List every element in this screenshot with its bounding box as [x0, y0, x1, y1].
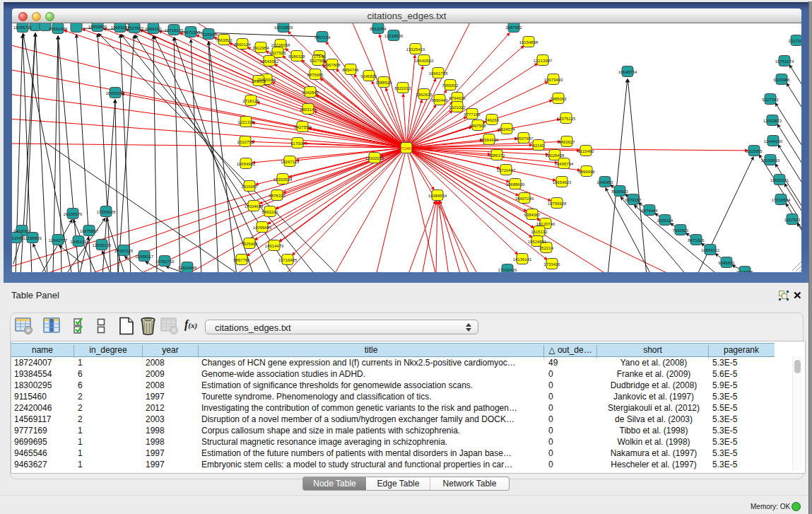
svg-text:1615132: 1615132 — [531, 230, 548, 234]
svg-text:12505135: 12505135 — [93, 243, 112, 247]
svg-text:252214: 252214 — [539, 246, 554, 250]
svg-text:12942757: 12942757 — [49, 238, 68, 243]
svg-text:2967608: 2967608 — [324, 63, 341, 67]
svg-text:10654923: 10654923 — [553, 180, 572, 185]
svg-text:16648754: 16648754 — [618, 70, 637, 74]
svg-text:9657791: 9657791 — [233, 258, 250, 262]
svg-text:7632621: 7632621 — [672, 228, 689, 233]
svg-text:1588520: 1588520 — [375, 81, 392, 85]
svg-text:20691406: 20691406 — [49, 27, 68, 31]
svg-text:7515546: 7515546 — [200, 33, 217, 37]
svg-text:9146821: 9146821 — [360, 74, 377, 78]
svg-text:13325419: 13325419 — [406, 47, 425, 52]
svg-text:17016504: 17016504 — [772, 198, 791, 202]
svg-text:18724007: 18724007 — [397, 146, 416, 151]
svg-text:3875685: 3875685 — [307, 73, 324, 77]
svg-text:8471626: 8471626 — [688, 238, 705, 243]
svg-text:8427552: 8427552 — [294, 125, 311, 129]
svg-text:1640953: 1640953 — [596, 180, 613, 185]
svg-text:8454749: 8454749 — [342, 68, 359, 72]
svg-text:9329986: 9329986 — [773, 78, 790, 82]
svg-text:16154808: 16154808 — [519, 40, 539, 45]
svg-text:13218506: 13218506 — [384, 34, 404, 38]
svg-text:8322013: 8322013 — [394, 86, 411, 90]
svg-text:10025458: 10025458 — [546, 153, 565, 158]
svg-text:19384554: 19384554 — [428, 194, 447, 198]
svg-text:1733426: 1733426 — [543, 262, 560, 267]
svg-text:9463627: 9463627 — [558, 140, 575, 144]
svg-text:17359928: 17359928 — [97, 210, 116, 214]
svg-text:13302075: 13302075 — [365, 156, 384, 160]
svg-text:1345139: 1345139 — [70, 240, 87, 244]
svg-text:6466160: 6466160 — [145, 27, 162, 31]
svg-text:989013: 989013 — [252, 79, 266, 83]
svg-text:7955812: 7955812 — [442, 83, 459, 88]
svg-text:10688609: 10688609 — [506, 182, 525, 187]
svg-text:16120746: 16120746 — [536, 222, 555, 226]
svg-text:15720407: 15720407 — [497, 168, 516, 173]
svg-text:7857224: 7857224 — [314, 35, 331, 40]
svg-text:18267110: 18267110 — [281, 160, 300, 164]
svg-text:17332426: 17332426 — [498, 268, 517, 272]
svg-text:1221338: 1221338 — [237, 120, 254, 124]
svg-text:16210693: 16210693 — [761, 158, 780, 163]
svg-text:62160: 62160 — [533, 144, 545, 148]
svg-text:8990443: 8990443 — [431, 98, 448, 103]
svg-text:10507487: 10507487 — [514, 136, 534, 141]
svg-text:12923468: 12923468 — [178, 266, 197, 270]
svg-text:5493242: 5493242 — [261, 210, 278, 214]
svg-text:6497508: 6497508 — [469, 124, 486, 128]
svg-text:7485063: 7485063 — [550, 97, 567, 101]
svg-text:16782759: 16782759 — [155, 259, 175, 264]
svg-text:14495794: 14495794 — [555, 162, 574, 166]
svg-text:10543362: 10543362 — [260, 59, 279, 64]
svg-text:9433001: 9433001 — [13, 229, 30, 233]
svg-text:8938923: 8938923 — [611, 189, 628, 194]
svg-text:10973493: 10973493 — [544, 78, 563, 82]
svg-text:9327505: 9327505 — [269, 51, 286, 55]
svg-text:15716485: 15716485 — [278, 258, 298, 262]
svg-text:1317204: 1317204 — [788, 39, 801, 43]
svg-text:9242845: 9242845 — [302, 90, 319, 95]
svg-text:1916687: 1916687 — [241, 185, 258, 189]
svg-text:20364436: 20364436 — [480, 138, 499, 142]
svg-text:9227343: 9227343 — [762, 98, 779, 102]
svg-text:1010755: 1010755 — [237, 140, 254, 144]
svg-text:10975857: 10975857 — [80, 229, 99, 233]
svg-text:7386372: 7386372 — [488, 153, 505, 158]
svg-text:2935114: 2935114 — [657, 218, 674, 223]
svg-text:16033809: 16033809 — [274, 25, 293, 30]
svg-text:8660124: 8660124 — [234, 42, 251, 47]
svg-text:9115460: 9115460 — [578, 149, 595, 153]
svg-text:16853809: 16853809 — [88, 25, 107, 29]
svg-text:1362635: 1362635 — [416, 93, 433, 97]
svg-text:8813054: 8813054 — [370, 27, 387, 31]
svg-text:746266: 746266 — [485, 118, 500, 122]
svg-text:16640910: 16640910 — [415, 59, 434, 63]
svg-text:17957225: 17957225 — [114, 249, 134, 253]
svg-text:2718126: 2718126 — [242, 99, 259, 103]
svg-text:15751074: 15751074 — [775, 59, 794, 64]
svg-text:12093872: 12093872 — [763, 119, 782, 123]
svg-text:317006: 317006 — [290, 141, 305, 146]
svg-text:2803144: 2803144 — [300, 107, 317, 112]
svg-text:8215955: 8215955 — [746, 149, 763, 153]
svg-text:17004678: 17004678 — [245, 204, 264, 209]
svg-text:19756928: 19756928 — [548, 201, 567, 206]
svg-text:10654982: 10654982 — [237, 162, 256, 166]
svg-text:16671355: 16671355 — [182, 30, 201, 35]
svg-text:17527602: 17527602 — [125, 26, 144, 30]
svg-text:14914479: 14914479 — [265, 244, 284, 248]
svg-text:23226058: 23226058 — [271, 43, 290, 47]
svg-text:11156829: 11156829 — [23, 236, 42, 240]
svg-text:9794028: 9794028 — [449, 96, 466, 100]
svg-text:6899695: 6899695 — [578, 170, 595, 174]
svg-text:12444156: 12444156 — [764, 139, 783, 144]
svg-text:3912954: 3912954 — [252, 46, 269, 50]
svg-text:6879197: 6879197 — [625, 198, 642, 202]
svg-text:19055721: 19055721 — [13, 25, 33, 30]
svg-text:3878332: 3878332 — [269, 194, 286, 198]
svg-text:12975125: 12975125 — [557, 117, 576, 121]
svg-text:1621022: 1621022 — [449, 105, 466, 110]
svg-text:14099489: 14099489 — [253, 226, 272, 230]
